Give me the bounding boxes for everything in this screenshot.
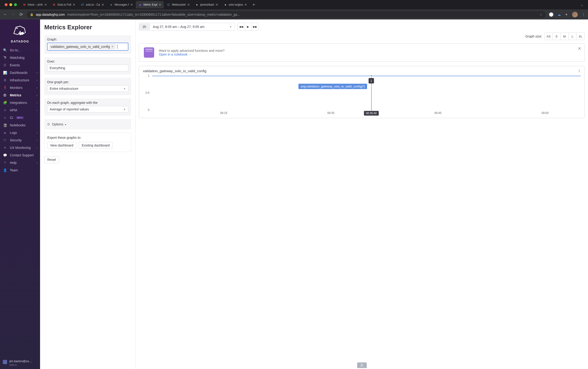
close-tab-icon[interactable]: ✕ — [187, 3, 190, 7]
sidebar-item-label: Events — [10, 63, 20, 67]
tab-title: Solo.io Foll — [57, 3, 71, 6]
back-button[interactable]: ← — [3, 12, 8, 17]
datadog-logo-icon — [10, 23, 31, 38]
size-l-button[interactable]: L — [568, 33, 577, 40]
time-preset[interactable]: 1h — [139, 23, 150, 30]
favicon-icon: M — [22, 3, 26, 7]
tab-overflow-icon[interactable]: ⌄ — [578, 3, 586, 7]
browser-tab[interactable]: 27solo.io - Ca✕ — [78, 1, 107, 9]
agg-select[interactable]: Average of reported values ▼ — [47, 106, 128, 113]
sidebar-item-metrics[interactable]: ⏲Metrics▸ — [0, 92, 40, 99]
sidebar-item-go-to-[interactable]: 🔍Go to... — [0, 46, 40, 54]
sidebar-item-security[interactable]: 🛡Security▸ — [0, 136, 40, 144]
export-chart-icon[interactable]: ⇪ — [578, 69, 581, 73]
metric-input[interactable]: validation_gateway_solo_io_valid_config … — [47, 43, 128, 51]
close-tab-icon[interactable]: ✕ — [159, 3, 161, 7]
playback-controls: ◀◀ ▶ ▶▶ — [237, 23, 259, 31]
close-banner-icon[interactable]: ✕ — [578, 46, 581, 51]
legend-toggle-button[interactable]: ☰ — [357, 362, 367, 368]
browser-tab[interactable]: ■Messages f✕ — [107, 1, 135, 9]
sidebar-item-integrations[interactable]: 🧩Integrations▸ — [0, 99, 40, 106]
y-tick: 1 — [148, 74, 149, 77]
metric-tag[interactable]: validation_gateway_solo_io_valid_config … — [49, 44, 115, 49]
rewind-button[interactable]: ◀◀ — [238, 23, 245, 31]
logo[interactable]: DATADOG — [0, 21, 40, 46]
sidebar-item-monitors[interactable]: ❗Monitors▸ — [0, 84, 40, 92]
over-card: Over: Everything — [44, 57, 131, 74]
play-button[interactable]: ▶ — [245, 23, 252, 31]
size-xs-button[interactable]: XS — [545, 33, 553, 40]
sidebar-item-team[interactable]: 👤Team — [0, 166, 40, 174]
agg-card: On each graph, aggregate with the Averag… — [44, 98, 131, 116]
chart-area[interactable]: 00.51 1avg:validation_gateway_solo_io_va… — [143, 76, 581, 116]
nav-user[interactable]: jim.barton@so… solo.io — [0, 358, 40, 369]
close-tab-icon[interactable]: ✕ — [73, 3, 75, 7]
close-tab-icon[interactable]: ✕ — [244, 3, 247, 7]
new-dashboard-button[interactable]: New dashboard — [47, 142, 76, 149]
window-controls[interactable] — [5, 3, 17, 6]
browser-tab[interactable]: ●jameshbart✕ — [193, 1, 221, 9]
remove-tag-icon[interactable]: ✕ — [111, 45, 114, 48]
tab-title: Inbox – jimh — [28, 3, 43, 6]
existing-dashboard-button[interactable]: Existing dashboard — [79, 142, 113, 149]
sidebar-item-ux-monitoring[interactable]: ✦UX Monitoring▸ — [0, 144, 40, 152]
agg-value: Average of reported values — [50, 107, 89, 111]
caret-down-icon[interactable]: ▼ — [227, 26, 235, 28]
star-icon[interactable]: ☆ — [539, 13, 543, 16]
over-input[interactable]: Everything — [47, 65, 128, 71]
open-notebook-link[interactable]: Open in a notebook → — [159, 52, 224, 56]
size-xl-button[interactable]: XL — [577, 33, 585, 40]
extension-icon-2[interactable]: ☁ — [558, 13, 561, 16]
sidebar-item-label: Help — [10, 161, 17, 164]
extension-icon-1[interactable] — [549, 12, 553, 17]
browser-tab[interactable]: MSolo.io Foll✕ — [50, 1, 78, 9]
new-tab-button[interactable]: + — [250, 2, 258, 8]
url-field[interactable]: 🔒 app.datadoghq.com/metric/explorer?from… — [27, 11, 546, 18]
forward-button[interactable]: → — [11, 12, 15, 17]
browser-tab[interactable]: ⬡Websocket✕ — [164, 1, 192, 9]
config-panel: Metrics Explorer Graph: validation_gatew… — [40, 20, 136, 369]
sidebar-item-label: Team — [10, 168, 18, 172]
size-m-button[interactable]: M — [561, 33, 568, 40]
profile-avatar[interactable] — [572, 12, 578, 17]
beta-badge: BETA — [16, 116, 24, 119]
close-window[interactable] — [5, 3, 8, 6]
browser-tab[interactable]: ◆Metric Expl✕ — [136, 1, 164, 9]
options-label: Options — [52, 122, 63, 126]
browser-tab[interactable]: ●solo-io/gloo✕ — [221, 1, 249, 9]
group-select[interactable]: Entire infrastructure ▼ — [47, 85, 128, 92]
forward-button[interactable]: ▶▶ — [252, 23, 259, 31]
maximize-window[interactable] — [14, 3, 17, 6]
browser-tab[interactable]: MInbox – jimh✕ — [20, 1, 50, 9]
time-range-picker[interactable]: 1h Aug 27, 8:05 am – Aug 27, 9:05 am ▼ — [139, 23, 235, 31]
sidebar-item-logs[interactable]: ≣Logs▸ — [0, 129, 40, 136]
close-tab-icon[interactable]: ✕ — [216, 3, 218, 7]
menu-icon[interactable]: ⋮ — [582, 13, 585, 16]
sidebar-item-infrastructure[interactable]: ⚙Infrastructure▸ — [0, 76, 40, 84]
options-toggle[interactable]: ⚙ Options ▸ — [44, 119, 131, 129]
sidebar-item-notebooks[interactable]: 📓Notebooks — [0, 122, 40, 129]
sidebar-item-ci[interactable]: ⎋CIBETA — [0, 114, 40, 122]
sidebar-item-dashboards[interactable]: 📊Dashboards▸ — [0, 69, 40, 76]
sidebar-item-contact-support[interactable]: 💬Contact Support — [0, 152, 40, 159]
size-s-button[interactable]: S — [553, 33, 561, 40]
sidebar-item-apm[interactable]: ≡APM▸ — [0, 106, 40, 114]
graph-size-row: Graph size: XSSMLXL — [139, 33, 585, 40]
caret-down-icon: ▼ — [123, 87, 126, 90]
caret-down-icon: ▼ — [123, 108, 126, 111]
close-tab-icon[interactable]: ✕ — [130, 3, 133, 7]
chart-plot[interactable]: 1avg:validation_gateway_solo_io_valid_co… — [152, 76, 581, 110]
tab-title: Websocket — [172, 3, 186, 6]
minimize-window[interactable] — [9, 3, 12, 6]
reset-button[interactable]: Reset — [44, 156, 59, 163]
reload-button[interactable]: ⟳ — [19, 12, 23, 17]
svg-point-0 — [16, 28, 17, 29]
sidebar-item-watchdog[interactable]: 🔭Watchdog — [0, 54, 40, 62]
close-tab-icon[interactable]: ✕ — [44, 3, 47, 7]
favicon-icon: ■ — [110, 3, 113, 7]
extensions-icon[interactable]: ✦ — [565, 13, 568, 16]
sidebar-item-events[interactable]: 🗓Events — [0, 62, 40, 69]
close-tab-icon[interactable]: ✕ — [101, 3, 104, 7]
sidebar-item-label: CI — [10, 116, 13, 120]
sidebar-item-help[interactable]: ?Help▸ — [0, 159, 40, 166]
